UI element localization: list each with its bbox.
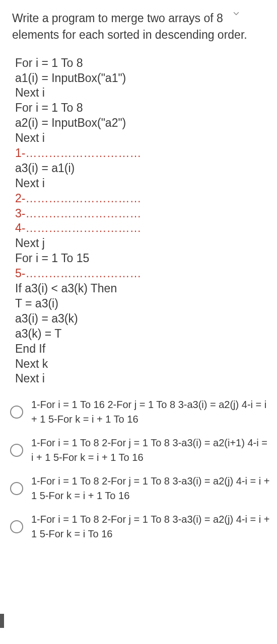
- code-line: Next i: [15, 177, 45, 190]
- code-block: For i = 1 To 8 a1(i) = InputBox("a1") Ne…: [0, 44, 277, 387]
- code-line: For i = 1 To 8: [15, 56, 83, 69]
- code-line: Next i: [15, 131, 45, 144]
- option-b-text: 1-For i = 1 To 8 2-For j = 1 To 8 3-a3(i…: [31, 436, 271, 465]
- option-b[interactable]: 1-For i = 1 To 8 2-For j = 1 To 8 3-a3(i…: [10, 436, 271, 465]
- code-line: a1(i) = InputBox("a1"): [15, 71, 126, 85]
- code-line: a2(i) = InputBox("a2"): [15, 116, 126, 129]
- code-line: For i = 1 To 8: [15, 101, 83, 114]
- options-group: 1-For i = 1 To 16 2-For j = 1 To 8 3-a3(…: [0, 386, 277, 541]
- option-c-text: 1-For i = 1 To 8 2-For j = 1 To 8 3-a3(i…: [31, 474, 271, 503]
- blank-3: 3-…………………………: [15, 207, 141, 220]
- code-line: a3(i) = a1(i): [15, 162, 75, 175]
- radio-icon[interactable]: [10, 520, 23, 533]
- blank-1: 1-…………………………: [15, 146, 141, 159]
- code-line: Next i: [15, 372, 45, 385]
- code-line: Next k: [15, 357, 48, 370]
- option-a[interactable]: 1-For i = 1 To 16 2-For j = 1 To 8 3-a3(…: [10, 397, 271, 427]
- option-d-text: 1-For i = 1 To 8 2-For j = 1 To 8 3-a3(i…: [31, 512, 271, 541]
- radio-icon[interactable]: [10, 444, 23, 457]
- code-line: Next j: [15, 236, 45, 250]
- code-line: End If: [15, 342, 45, 355]
- code-line: For i = 1 To 15: [15, 252, 89, 265]
- code-line: a3(i) = a3(k): [15, 312, 78, 325]
- blank-2: 2-…………………………: [15, 192, 141, 205]
- radio-icon[interactable]: [10, 482, 23, 495]
- option-a-text: 1-For i = 1 To 16 2-For j = 1 To 8 3-a3(…: [31, 397, 271, 427]
- blank-4: 4-…………………………: [15, 221, 141, 234]
- option-d[interactable]: 1-For i = 1 To 8 2-For j = 1 To 8 3-a3(i…: [10, 512, 271, 541]
- blank-5: 5-…………………………: [15, 267, 141, 280]
- radio-icon[interactable]: [10, 406, 23, 419]
- code-line: If a3(i) < a3(k) Then: [15, 282, 117, 295]
- chevron-down-icon: [232, 9, 241, 18]
- code-line: a3(k) = T: [15, 327, 61, 340]
- option-c[interactable]: 1-For i = 1 To 8 2-For j = 1 To 8 3-a3(i…: [10, 474, 271, 503]
- partial-edge-block: [0, 614, 4, 628]
- code-line: Next i: [15, 86, 45, 99]
- question-text: Write a program to merge two arrays of 8…: [0, 0, 277, 44]
- code-line: T = a3(i): [15, 297, 58, 310]
